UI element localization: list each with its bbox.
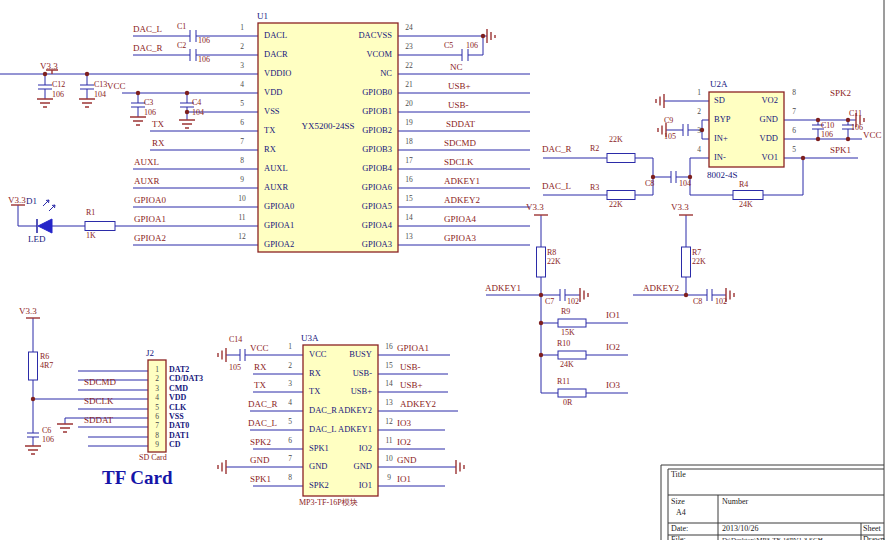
net-label-usb-plus: USB+ [400, 381, 423, 390]
ground-icon [218, 348, 226, 362]
net-label-usb-plus: USB+ [448, 82, 471, 91]
u1-pin-name: GPIOB0 [332, 88, 392, 97]
u2a-pin-number: 7 [786, 108, 802, 116]
u3a-pin-number: 6 [282, 437, 298, 445]
net-label-sdcmd: SDCMD [444, 139, 476, 148]
titleblock-file-label: File: [671, 536, 686, 540]
power-label-vcc: VCC [107, 82, 126, 91]
net-label-adkey1: ADKEY1 [485, 284, 521, 293]
power-label-v33: V3.3 [671, 203, 689, 212]
u3a-pin-number: 7 [282, 455, 298, 463]
u1-pin-name: AUXL [264, 164, 288, 173]
cap-c1-ref: C1 [177, 23, 186, 31]
titleblock-drawn-label: Drawn [863, 536, 885, 540]
u2a-pin-number: 5 [786, 146, 802, 154]
j2-ref: J2 [146, 349, 154, 358]
u1-pin-number: 20 [401, 100, 417, 108]
u3a-ref: U3A [301, 334, 319, 343]
resistor-r11-icon [558, 389, 586, 397]
junction-dot [684, 293, 688, 297]
led-d1-icon [37, 200, 55, 233]
cap-c10-value: 106 [821, 131, 833, 139]
u3a-pin-name: ADKEY1 [325, 425, 372, 434]
u2a-pin-number: 6 [786, 127, 802, 135]
cap-c2-value: 106 [198, 56, 210, 64]
j2-pin-name: DAT1 [169, 432, 189, 440]
u3a-pin-number: 12 [381, 418, 397, 426]
j2-caption: SD Card [139, 454, 167, 462]
net-label-dac-r: DAC_R [542, 145, 572, 154]
cap-c8b-ref: C8 [693, 298, 702, 306]
cap-c9-value: 105 [664, 133, 676, 141]
u3a-pin-number: 9 [381, 474, 397, 482]
ground-icon [726, 288, 734, 302]
resistor-r7-ref: R7 [692, 249, 701, 257]
titleblock-size-label: Size [671, 498, 685, 506]
cap-c13-value: 104 [94, 91, 106, 99]
u2a-ref: U2A [710, 80, 728, 89]
net-label-gpioa1: GPIOA1 [397, 344, 429, 353]
u1-pin-name: GPIOB2 [332, 126, 392, 135]
titleblock-date-label: Date: [671, 525, 688, 533]
net-label-io2: IO2 [606, 343, 620, 352]
resistor-r10-icon [558, 351, 586, 359]
u1-pin-number: 18 [401, 138, 417, 146]
u3a-pin-number: 14 [381, 380, 397, 388]
adkey1-wires [486, 215, 628, 393]
net-label-usb-minus: USB- [448, 101, 469, 110]
cap-c11-value: 106 [851, 124, 863, 132]
net-label-io3: IO3 [606, 381, 620, 390]
net-label-gpioa2: GPIOA2 [134, 234, 166, 243]
resistor-r3-icon [607, 191, 635, 200]
cap-c13-ref: C13 [94, 81, 107, 89]
u1-pin-name: GPIOA2 [264, 240, 294, 249]
adkey2-symbols [679, 215, 734, 302]
net-label-io1: IO1 [606, 311, 620, 320]
u3a-pin-number: 3 [282, 380, 298, 388]
u3a-pin-name: GND [325, 462, 372, 471]
net-label-dac-r: DAC_R [133, 44, 163, 53]
cap-c8-ref: C8 [645, 180, 654, 188]
u1-pin-number: 5 [234, 100, 250, 108]
ground-icon [179, 120, 195, 128]
led-d1-ref: D1 [26, 197, 37, 206]
resistor-r2-icon [607, 154, 635, 163]
u2a-pin-name: IN+ [714, 134, 728, 143]
net-label-gpioa0: GPIOA0 [134, 196, 166, 205]
resistor-r10-value: 24K [560, 361, 574, 369]
power-label-v33: V3.3 [526, 203, 544, 212]
cap-c6-value: 106 [42, 436, 54, 444]
u3a-pin-name: TX [309, 387, 320, 396]
j2-pin-number: 2 [148, 375, 166, 383]
resistor-r4-value: 24K [739, 201, 753, 209]
net-label-dac-l: DAC_L [248, 419, 277, 428]
u1-pin-name: NC [332, 69, 392, 78]
u1-pin-name: VCOM [332, 50, 392, 59]
net-label-gpioa1: GPIOA1 [134, 215, 166, 224]
u2a-pin-name: BYP [714, 115, 731, 124]
title-block-lines [661, 0, 884, 540]
resistor-r1-ref: R1 [86, 209, 95, 217]
u1-pin-name: GPIOB3 [332, 145, 392, 154]
u3a-pin-number: 10 [381, 455, 397, 463]
u2a-pin-name: VDD [733, 134, 778, 143]
power-label-v33: V3.3 [19, 307, 37, 316]
u3a-pin-number: 13 [381, 399, 397, 407]
net-label-adkey2: ADKEY2 [444, 196, 480, 205]
resistor-r8-ref: R8 [547, 249, 556, 257]
u2a-pin-name: IN- [714, 153, 726, 162]
resistor-r4-icon [733, 191, 763, 200]
u2a-pin-name: GND [733, 115, 778, 124]
u1-pin-name: TX [264, 126, 275, 135]
u3a-pin-number: 1 [282, 343, 298, 351]
u1-pin-name: VDD [264, 88, 282, 97]
u3a-pin-name: USB- [325, 369, 372, 378]
net-label-auxl: AUXL [134, 158, 159, 167]
resistor-r3-value: 22K [609, 201, 623, 209]
cap-c7-value: 102 [567, 298, 579, 306]
net-label-sdclk: SDCLK [84, 397, 114, 406]
j2-pin-name: CMD [169, 385, 188, 393]
cap-c5-value: 106 [466, 42, 478, 50]
power-label-v33: V3.3 [40, 62, 58, 71]
u1-pin-name: VSS [264, 107, 280, 116]
